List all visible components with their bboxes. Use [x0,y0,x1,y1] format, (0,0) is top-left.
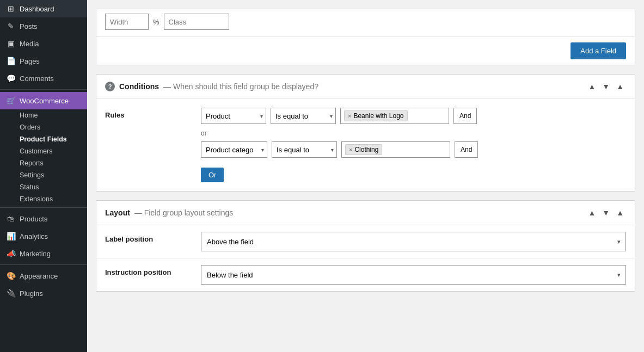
divider3 [0,264,87,265]
conditions-help-icon[interactable]: ? [105,82,115,91]
sidebar-item-label: Analytics [20,232,48,240]
label-position-control: Above the field Left of field Right of f… [201,232,626,251]
field-inputs: % [105,14,229,30]
woo-icon: 🛒 [7,96,15,105]
add-field-button[interactable]: Add a Field [571,42,626,59]
collapse-down-button[interactable]: ▼ [600,81,612,92]
rule2-tag-input[interactable]: × Clothing [341,141,450,158]
sidebar-item-marketing[interactable]: 📣 Marketing [0,245,87,262]
sidebar-item-label: Media [20,40,39,48]
sidebar-item-plugins[interactable]: 🔌 Plugins [0,285,87,302]
sidebar: ⊞ Dashboard ✎ Posts ▣ Media 📄 Pages 💬 Co… [0,0,87,352]
instruction-position-label: Instruction position [105,265,192,276]
conditions-title: Conditions [119,82,159,91]
width-input[interactable] [105,14,149,30]
posts-icon: ✎ [7,22,15,30]
conditions-section: ? Conditions — When should this field gr… [96,74,635,192]
instruction-position-row: Instruction position Below the field Abo… [96,258,635,291]
rule1-tag-remove[interactable]: × [348,113,351,119]
close-section-button[interactable]: ▲ [614,81,626,92]
sidebar-item-label: Marketing [20,250,51,258]
rules-label: Rules [105,108,192,119]
sidebar-sub-extensions[interactable]: Extensions [0,193,87,205]
sidebar-sub-orders[interactable]: Orders [0,121,87,133]
divider2 [0,207,87,208]
sidebar-item-media[interactable]: ▣ Media [0,35,87,52]
conditions-header: ? Conditions — When should this field gr… [96,75,635,99]
instruction-position-select-wrapper: Below the field Above the field Tooltip [201,265,626,285]
sidebar-sub-settings[interactable]: Settings [0,169,87,181]
sidebar-item-appearance[interactable]: 🎨 Appearance [0,267,87,285]
label-position-select-wrapper: Above the field Left of field Right of f… [201,232,626,251]
rule2-condition-select[interactable]: Is equal to [272,141,337,158]
rule2-tag: × Clothing [345,144,382,155]
rule2-type-wrapper: Product catego [201,141,267,158]
sidebar-item-label: Plugins [20,289,43,298]
comments-icon: 💬 [7,74,15,83]
sidebar-item-label: Appearance [20,272,58,280]
sidebar-item-label: Pages [20,57,40,65]
sidebar-sub-status[interactable]: Status [0,181,87,193]
main-content: % Add a Field ? Conditions — When should… [87,0,644,352]
rule1-condition-wrapper: Is equal to [271,108,336,124]
layout-subtitle: — Field group layout settings [134,208,233,217]
rule1-condition-select[interactable]: Is equal to [271,108,336,124]
analytics-icon: 📊 [7,232,15,240]
sidebar-item-comments[interactable]: 💬 Comments [0,70,87,87]
conditions-header-left: ? Conditions — When should this field gr… [105,82,318,91]
layout-close[interactable]: ▲ [614,207,626,218]
instruction-position-select[interactable]: Below the field Above the field Tooltip [201,265,626,285]
sidebar-sub-product-fields[interactable]: Product Fields [0,133,87,145]
layout-collapse-up[interactable]: ▲ [586,207,598,218]
instruction-position-control: Below the field Above the field Tooltip [201,265,626,285]
sidebar-item-label: Products [20,215,47,223]
label-position-select[interactable]: Above the field Left of field Right of f… [201,232,626,251]
rule1-type-wrapper: Product [201,108,266,124]
sidebar-sub-home[interactable]: Home [0,109,87,121]
sidebar-item-label: WooCommerce [20,97,69,105]
rule2-and-button[interactable]: And [455,141,478,158]
media-icon: ▣ [7,39,15,48]
layout-header: Layout — Field group layout settings ▲ ▼… [96,201,635,225]
products-icon: 🛍 [7,214,15,223]
appearance-icon: 🎨 [7,271,15,280]
layout-title: Layout [105,208,130,217]
top-partial-section: % Add a Field [96,9,635,65]
sidebar-item-dashboard[interactable]: ⊞ Dashboard [0,0,87,17]
layout-collapse-down[interactable]: ▼ [600,207,612,218]
sidebar-item-posts[interactable]: ✎ Posts [0,17,87,35]
collapse-up-button[interactable]: ▲ [586,81,598,92]
marketing-icon: 📣 [7,249,15,258]
rule2-type-select[interactable]: Product catego [201,141,267,158]
sidebar-item-label: Posts [20,22,38,30]
sidebar-item-woocommerce[interactable]: 🛒 WooCommerce [0,92,87,109]
sidebar-sub-customers[interactable]: Customers [0,145,87,157]
conditions-body: Rules Product Is equal to [96,99,635,191]
sidebar-item-analytics[interactable]: 📊 Analytics [0,227,87,245]
label-position-label: Label position [105,232,192,243]
layout-section: Layout — Field group layout settings ▲ ▼… [96,200,635,292]
conditions-controls: ▲ ▼ ▲ [586,81,626,92]
rule1-tag-input[interactable]: × Beanie with Logo [340,108,449,124]
sidebar-item-pages[interactable]: 📄 Pages [0,52,87,70]
or-button[interactable]: Or [201,168,224,182]
sidebar-item-products[interactable]: 🛍 Products [0,210,87,227]
layout-controls: ▲ ▼ ▲ [586,207,626,218]
rule1-and-button[interactable]: And [453,108,477,124]
dashboard-icon: ⊞ [7,4,15,13]
class-input[interactable] [164,14,229,30]
plugins-icon: 🔌 [7,289,15,298]
label-position-row: Label position Above the field Left of f… [96,225,635,258]
pages-icon: 📄 [7,57,15,65]
conditions-subtitle: — When should this field group be displa… [163,82,318,91]
rule2-tag-remove[interactable]: × [349,146,352,153]
rule1-type-select[interactable]: Product [201,108,266,124]
sidebar-item-label: Comments [20,75,54,83]
percent-label: % [153,18,160,26]
rule1-tag: × Beanie with Logo [344,110,408,121]
rules-container: Product Is equal to × Beanie with Logo [201,108,626,182]
layout-header-left: Layout — Field group layout settings [105,208,233,217]
or-label: or [201,129,626,137]
sidebar-sub-reports[interactable]: Reports [0,157,87,169]
rule2-condition-wrapper: Is equal to [272,141,337,158]
